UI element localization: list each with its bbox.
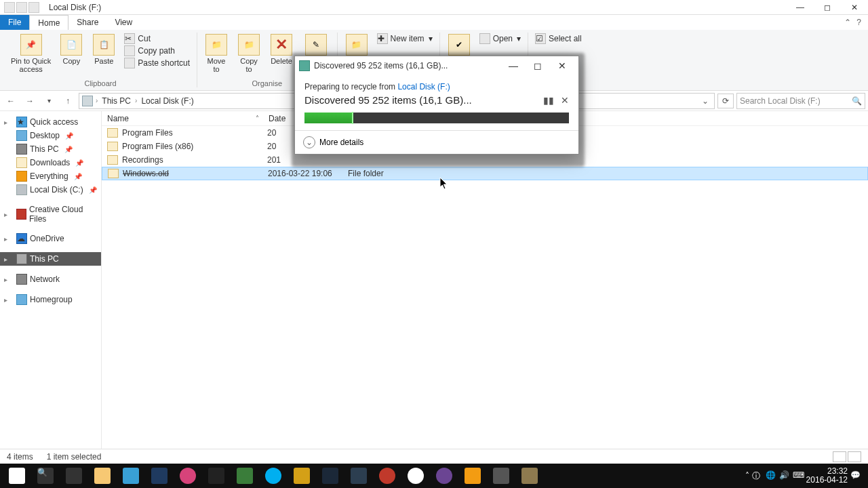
address-dropdown[interactable]: ⌄ xyxy=(699,96,711,106)
qat-icon-1[interactable] xyxy=(16,2,27,13)
nav-tree: ▸★Quick access Desktop This PC Downloads… xyxy=(0,111,102,449)
tray-chevron-icon[interactable]: ˄ xyxy=(745,471,749,481)
pin-to-quick-access-button[interactable]: 📌Pin to Quick access xyxy=(8,33,54,75)
tree-label: Local Disk (C:) xyxy=(30,185,83,195)
copy-to-button[interactable]: 📁Copy to xyxy=(234,33,264,75)
chevron-down-icon[interactable]: ⌄ xyxy=(303,136,315,148)
titlebar: Local Disk (F:) — ◻ ✕ xyxy=(0,0,868,15)
dialog-preparing-text: Preparing to recycle from Local Disk (F:… xyxy=(304,82,569,92)
refresh-button[interactable]: ⟳ xyxy=(717,94,734,108)
open-button[interactable]: Open▾ xyxy=(477,33,524,45)
new-item-button[interactable]: ✚New item▾ xyxy=(374,33,435,45)
qat-icon-2[interactable] xyxy=(28,2,39,13)
ribbon-toggle[interactable]: ⌃ ? xyxy=(837,15,868,30)
tab-home[interactable]: Home xyxy=(29,15,68,30)
tree-creative-cloud[interactable]: ▸Creative Cloud Files xyxy=(0,203,101,225)
tree-desktop[interactable]: Desktop xyxy=(0,129,101,142)
tab-file[interactable]: File xyxy=(0,15,29,30)
view-icons-button[interactable] xyxy=(848,451,861,462)
taskbar-app[interactable] xyxy=(458,465,487,487)
nav-up-button[interactable]: ↑ xyxy=(60,93,76,109)
copy-path-button[interactable]: Copy path xyxy=(121,45,193,57)
taskbar-app[interactable] xyxy=(88,465,117,487)
nav-forward-button[interactable]: → xyxy=(22,93,38,109)
tree-downloads[interactable]: Downloads xyxy=(0,156,101,169)
tab-view[interactable]: View xyxy=(106,15,140,30)
tray-volume-icon[interactable]: 🔊 xyxy=(779,470,790,481)
dialog-titlebar: Discovered 95 252 items (16,1 GB)... — ◻… xyxy=(295,56,578,75)
tree-quick-access[interactable]: ▸★Quick access xyxy=(0,115,101,129)
drive-icon xyxy=(4,2,15,13)
group-label-clipboard: Clipboard xyxy=(84,79,116,87)
taskbar-clock[interactable]: 23:32 2016-04-12 xyxy=(806,467,848,485)
taskbar-app[interactable] xyxy=(316,465,344,487)
breadcrumb-leaf[interactable]: Local Disk (F:) xyxy=(140,96,195,106)
maximize-button[interactable]: ◻ xyxy=(814,0,841,15)
group-label-organise: Organise xyxy=(252,79,283,87)
copy-button[interactable]: 📄Copy xyxy=(56,33,86,66)
clock-date: 2016-04-12 xyxy=(806,476,848,485)
file-row-selected[interactable]: Windows.old 2016-03-22 19:06 File folder xyxy=(102,167,868,180)
start-button[interactable] xyxy=(3,465,31,487)
tree-homegroup[interactable]: ▸Homegroup xyxy=(0,293,101,306)
pause-button[interactable]: ▮▮ xyxy=(543,95,554,106)
dialog-close-button[interactable]: ✕ xyxy=(550,58,574,74)
tree-everything[interactable]: Everything xyxy=(0,169,101,183)
taskbar-app[interactable] xyxy=(288,465,316,487)
drive-icon xyxy=(82,96,93,106)
column-name[interactable]: Name˄ xyxy=(102,114,263,123)
dialog-maximize-button[interactable]: ◻ xyxy=(526,58,550,74)
tray-language-icon[interactable]: ⌨ xyxy=(793,470,804,481)
dialog-minimize-button[interactable]: — xyxy=(501,58,526,74)
close-button[interactable]: ✕ xyxy=(841,0,868,15)
nav-recent-button[interactable]: ▾ xyxy=(41,93,57,109)
tray-network-icon[interactable]: 🌐 xyxy=(766,470,776,481)
tray-icon[interactable]: ⓘ xyxy=(752,470,763,481)
view-details-button[interactable] xyxy=(833,451,846,462)
taskbar-app[interactable] xyxy=(515,465,544,487)
file-name: Program Files (x86) xyxy=(122,142,267,151)
cancel-button[interactable]: ✕ xyxy=(561,95,569,106)
more-details-button[interactable]: More details xyxy=(319,138,363,147)
status-selected: 1 item selected xyxy=(47,452,102,462)
select-all-button[interactable]: ☑Select all xyxy=(532,33,585,45)
progress-fill xyxy=(304,113,352,123)
taskbar-app[interactable] xyxy=(373,465,401,487)
breadcrumb-root[interactable]: This PC xyxy=(100,96,132,106)
move-to-button[interactable]: 📁Move to xyxy=(201,33,231,75)
notifications-icon[interactable]: 💬 xyxy=(850,470,861,481)
taskbar-app[interactable] xyxy=(259,465,288,487)
tree-network[interactable]: ▸Network xyxy=(0,272,101,286)
dialog-prep-label: Preparing to recycle from xyxy=(304,82,395,92)
taskbar-app[interactable] xyxy=(487,465,515,487)
col-date-label: Date xyxy=(269,114,285,123)
taskbar-app[interactable] xyxy=(117,465,145,487)
cut-button[interactable]: ✂Cut xyxy=(121,33,193,45)
tree-onedrive[interactable]: ▸☁OneDrive xyxy=(0,232,101,245)
dialog-source-link[interactable]: Local Disk (F:) xyxy=(397,82,450,92)
task-view-button[interactable] xyxy=(60,465,88,487)
taskbar-app[interactable] xyxy=(344,465,373,487)
nav-back-button[interactable]: ← xyxy=(3,93,19,109)
window-title: Local Disk (F:) xyxy=(49,3,101,12)
taskbar-app[interactable] xyxy=(231,465,259,487)
paste-shortcut-button[interactable]: Paste shortcut xyxy=(121,57,193,69)
search-input[interactable]: Search Local Disk (F:) 🔍 xyxy=(736,93,865,109)
taskbar-search[interactable]: 🔍 xyxy=(31,465,60,487)
taskbar-app[interactable] xyxy=(174,465,202,487)
taskbar-app[interactable] xyxy=(202,465,231,487)
tree-local-disk-c[interactable]: Local Disk (C:) xyxy=(0,183,101,197)
taskbar-app[interactable] xyxy=(145,465,174,487)
tree-this-pc-selected[interactable]: ▸This PC xyxy=(0,252,101,266)
tab-share[interactable]: Share xyxy=(68,15,106,30)
tree-label: Everything xyxy=(30,171,68,181)
taskbar-app[interactable] xyxy=(401,465,430,487)
file-type: File folder xyxy=(348,169,443,178)
tree-label: Homegroup xyxy=(30,295,73,304)
taskbar-app[interactable] xyxy=(430,465,458,487)
folder-icon xyxy=(107,155,118,165)
paste-button[interactable]: 📋Paste xyxy=(89,33,119,66)
tree-this-pc[interactable]: This PC xyxy=(0,142,101,156)
minimize-button[interactable]: — xyxy=(787,0,814,15)
menubar: File Home Share View ⌃ ? xyxy=(0,15,868,30)
